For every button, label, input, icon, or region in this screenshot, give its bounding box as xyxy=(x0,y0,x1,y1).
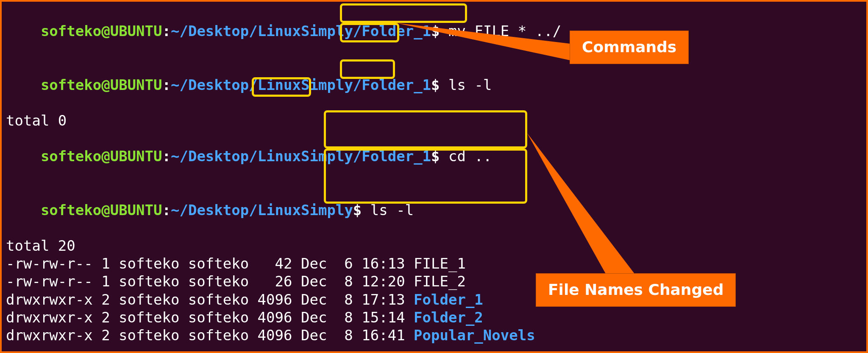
prompt-at: @ xyxy=(101,202,110,219)
callout-label: Commands xyxy=(582,38,676,56)
row-prefix: -rw-rw-r-- 1 softeko softeko 42 Dec 6 16… xyxy=(6,255,414,272)
callout-label: File Names Changed xyxy=(548,281,723,298)
prompt-line-5[interactable]: softeko@UBUNTU:~/Desktop/LinuxSimply$ xyxy=(6,344,862,353)
prompt-colon: : xyxy=(162,202,171,219)
prompt-line-3: softeko@UBUNTU:~/Desktop/LinuxSimply/Fol… xyxy=(6,129,862,183)
command-mv[interactable]: mv FILE_* ../ xyxy=(448,22,561,39)
prompt-at: @ xyxy=(101,76,110,93)
row-prefix: -rw-rw-r-- 1 softeko softeko 26 Dec 8 12… xyxy=(6,273,414,290)
command-cd[interactable]: cd .. xyxy=(448,148,492,165)
prompt-user: softeko xyxy=(41,76,101,93)
prompt-path: ~/Desktop/LinuxSimply/Folder_1 xyxy=(171,22,431,39)
row-prefix: drwxrwxr-x 2 softeko softeko 4096 Dec 8 … xyxy=(6,291,414,308)
prompt-line-4: softeko@UBUNTU:~/Desktop/LinuxSimply$ ls… xyxy=(6,183,862,237)
prompt-user: softeko xyxy=(41,22,101,39)
callout-commands: Commands xyxy=(570,31,689,64)
prompt-host: UBUNTU xyxy=(110,76,162,93)
prompt-host: UBUNTU xyxy=(110,148,162,165)
prompt-host: UBUNTU xyxy=(110,22,162,39)
callout-file-names-changed: File Names Changed xyxy=(536,273,736,307)
prompt-dollar: $ xyxy=(431,22,448,39)
folder-name: Folder_2 xyxy=(414,309,483,326)
file-name: FILE_2 xyxy=(414,273,466,290)
command-ls-1[interactable]: ls -l xyxy=(448,76,492,93)
folder-name: Popular_Novels xyxy=(414,327,535,344)
prompt-line-2: softeko@UBUNTU:~/Desktop/LinuxSimply/Fol… xyxy=(6,58,862,111)
prompt-dollar: $ xyxy=(353,202,370,219)
output-total-0: total 0 xyxy=(6,112,862,129)
row-prefix: drwxrwxr-x 2 softeko softeko 4096 Dec 8 … xyxy=(6,327,414,344)
table-row: -rw-rw-r-- 1 softeko softeko 42 Dec 6 16… xyxy=(6,255,862,272)
folder-name: Folder_1 xyxy=(414,291,483,308)
prompt-colon: : xyxy=(162,22,171,39)
prompt-dollar: $ xyxy=(431,76,448,93)
prompt-dollar: $ xyxy=(431,148,448,165)
table-row: drwxrwxr-x 2 softeko softeko 4096 Dec 8 … xyxy=(6,308,862,326)
command-ls-2[interactable]: ls -l xyxy=(370,202,414,219)
prompt-host: UBUNTU xyxy=(110,202,162,219)
prompt-user: softeko xyxy=(41,202,101,219)
table-row: drwxrwxr-x 2 softeko softeko 4096 Dec 8 … xyxy=(6,326,862,344)
prompt-colon: : xyxy=(162,148,171,165)
prompt-at: @ xyxy=(101,148,110,165)
prompt-colon: : xyxy=(162,76,171,93)
prompt-path: ~/Desktop/LinuxSimply/Folder_1 xyxy=(171,76,431,93)
prompt-user: softeko xyxy=(41,148,101,165)
output-total-20: total 20 xyxy=(6,237,862,255)
prompt-line-1: softeko@UBUNTU:~/Desktop/LinuxSimply/Fol… xyxy=(6,4,862,58)
prompt-path: ~/Desktop/LinuxSimply xyxy=(171,202,353,219)
terminal-window: softeko@UBUNTU:~/Desktop/LinuxSimply/Fol… xyxy=(0,0,868,353)
row-prefix: drwxrwxr-x 2 softeko softeko 4096 Dec 8 … xyxy=(6,309,414,326)
prompt-at: @ xyxy=(101,22,110,39)
prompt-path: ~/Desktop/LinuxSimply/Folder_1 xyxy=(171,148,431,165)
file-name: FILE_1 xyxy=(414,255,466,272)
